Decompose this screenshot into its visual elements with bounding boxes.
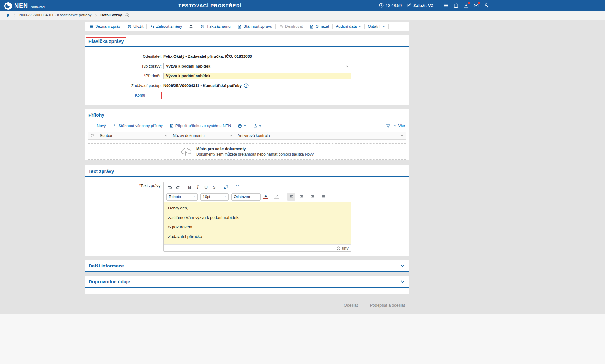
doprovodne-udaje-toggle[interactable]: Doprovodné údaje bbox=[85, 276, 409, 287]
odeslat-button[interactable]: Odeslat bbox=[344, 303, 358, 308]
seznam-zprav-button[interactable]: Seznam zpráv bbox=[86, 24, 124, 29]
insert-link-button[interactable] bbox=[222, 184, 230, 191]
align-justify-button[interactable] bbox=[319, 193, 327, 201]
home-icon[interactable] bbox=[6, 13, 10, 18]
nen-logo[interactable]: NEN Zadavatel bbox=[4, 2, 45, 9]
smazat-button[interactable]: Smazat bbox=[306, 24, 332, 29]
zalozit-vz-button[interactable]: Založit VZ bbox=[406, 3, 433, 8]
info-icon[interactable] bbox=[244, 83, 249, 88]
topbar-actions: 13:48:59 Založit VZ bbox=[379, 0, 489, 11]
redo-button[interactable] bbox=[174, 184, 182, 191]
printer-icon bbox=[200, 24, 205, 29]
font-family-select[interactable]: Roboto bbox=[166, 193, 198, 201]
italic-button[interactable]: I bbox=[194, 184, 202, 191]
font-size-select[interactable]: 10pt bbox=[200, 193, 229, 201]
typ-zpravy-select[interactable]: Výzva k podání nabídek bbox=[163, 63, 351, 69]
message-header-form: Odesílatel: Felix Okátý - Zadavatel přír… bbox=[85, 47, 409, 105]
pripojit-prilohu-button[interactable]: Připojit přílohu ze systému NEN bbox=[166, 123, 234, 128]
stahnout-zpravu-button[interactable]: Stáhnout zprávu bbox=[234, 24, 276, 29]
filter-triangle-icon[interactable] bbox=[229, 134, 232, 137]
filter-triangle-icon[interactable] bbox=[401, 134, 403, 137]
align-left-icon bbox=[289, 194, 294, 199]
column-header-soubor[interactable]: Soubor bbox=[97, 132, 170, 140]
dropzone-title: Místo pro vaše dokumenty bbox=[196, 147, 314, 151]
stahnout-vsechny-prilohy-button[interactable]: Stáhnout všechny přílohy bbox=[109, 123, 166, 128]
section-dalsi-informace: Další informace bbox=[85, 260, 409, 272]
attachments-dropzone[interactable]: Místo pro vaše dokumenty Dokumenty sem m… bbox=[88, 143, 406, 160]
triangle-down-icon bbox=[244, 125, 246, 127]
align-center-icon bbox=[299, 194, 304, 199]
filter-vse-dropdown[interactable]: Vše bbox=[394, 124, 405, 128]
close-tab-icon[interactable] bbox=[125, 13, 130, 18]
desifrovat-button[interactable]: Dešifrovat bbox=[276, 24, 306, 29]
zadavaci-postup-value: N006/25/V00004311 - Kancelářské potřeby bbox=[163, 84, 242, 88]
komu-button[interactable]: Komu bbox=[119, 92, 162, 99]
align-justify-icon bbox=[321, 194, 326, 199]
predmet-input[interactable]: Výzva k podání nabídek bbox=[163, 73, 351, 79]
chevron-down-icon bbox=[345, 64, 349, 68]
text-zpravy-label: *Text zprávy: bbox=[85, 182, 162, 252]
column-header-nazev-dokumentu[interactable]: Název dokumentu bbox=[170, 132, 235, 140]
auditni-data-dropdown[interactable]: Auditní data bbox=[333, 24, 365, 29]
zahodit-zmeny-button[interactable]: Zahodit změny bbox=[147, 24, 185, 29]
strikethrough-button[interactable]: S bbox=[210, 184, 218, 191]
ostatni-dropdown[interactable]: Ostatní bbox=[365, 24, 388, 29]
row-odesilatel: Odesílatel: Felix Okátý - Zadavatel přír… bbox=[85, 51, 409, 61]
underline-button[interactable]: U bbox=[202, 184, 210, 191]
document-download-icon bbox=[237, 24, 242, 29]
filter-triangle-icon[interactable] bbox=[165, 134, 167, 137]
align-left-button[interactable] bbox=[287, 193, 295, 201]
zadavaci-postup-label: Zadávací postup: bbox=[85, 84, 162, 88]
row-zadavaci-postup: Zadávací postup: N006/25/V00004311 - Kan… bbox=[85, 81, 409, 91]
column-settings-button[interactable] bbox=[88, 132, 97, 140]
undo-button[interactable] bbox=[166, 184, 174, 191]
attachments-table-header: Soubor Název dokumentu Antivirová kontro… bbox=[88, 132, 406, 140]
notification-bell-button[interactable] bbox=[185, 24, 197, 29]
highlight-color-button[interactable] bbox=[274, 194, 283, 199]
tisk-zaznamu-button[interactable]: Tisk záznamu bbox=[197, 24, 234, 29]
align-right-button[interactable] bbox=[308, 193, 317, 201]
list-icon bbox=[89, 24, 94, 29]
attach-document-icon bbox=[169, 124, 174, 128]
align-right-icon bbox=[310, 194, 315, 199]
undo-icon bbox=[150, 24, 155, 29]
novy-button[interactable]: Nový bbox=[88, 123, 109, 128]
section-header: Text zprávy bbox=[85, 165, 409, 177]
calendar-icon[interactable] bbox=[453, 3, 459, 8]
messages-badge bbox=[478, 2, 480, 4]
editor-content-area[interactable]: Dobrý den, zasíláme Vám výzvu k podání n… bbox=[164, 202, 351, 244]
export-attachments-dropdown[interactable] bbox=[250, 123, 265, 128]
text-color-button[interactable]: A bbox=[263, 194, 272, 199]
message-toolbar: Seznam zpráv Uložit Zahodit změny Tisk z… bbox=[85, 22, 409, 31]
ulozit-button[interactable]: Uložit bbox=[124, 24, 147, 29]
lock-icon bbox=[279, 24, 284, 29]
align-center-button[interactable] bbox=[298, 193, 306, 201]
bold-button[interactable]: B bbox=[185, 184, 194, 191]
user-icon[interactable] bbox=[484, 3, 489, 8]
section-header: Přílohy bbox=[85, 109, 409, 120]
column-settings-icon bbox=[90, 133, 95, 138]
current-time: 13:48:59 bbox=[386, 3, 402, 8]
dalsi-informace-toggle[interactable]: Další informace bbox=[85, 260, 409, 271]
odesilatel-label: Odesílatel: bbox=[85, 54, 162, 59]
chevron-down-icon[interactable] bbox=[400, 279, 405, 284]
editor-toolbar-row2: Roboto 10pt Odstavec A bbox=[164, 192, 351, 202]
block-format-select[interactable]: Odstavec bbox=[231, 193, 261, 201]
messages-icon[interactable] bbox=[473, 3, 479, 8]
print-attachments-dropdown[interactable] bbox=[234, 123, 250, 128]
menu-icon[interactable] bbox=[443, 3, 449, 8]
brand-text: NEN bbox=[14, 3, 28, 9]
chevron-down-icon[interactable] bbox=[400, 263, 405, 268]
breadcrumb-current: Detail výzvy bbox=[100, 13, 122, 17]
column-header-antivirova-kontrola[interactable]: Antivirová kontrola bbox=[235, 132, 406, 140]
validation-highlight-box: Text zprávy bbox=[86, 167, 116, 175]
section-header: Hlavička zprávy bbox=[85, 35, 409, 47]
fullscreen-button[interactable] bbox=[233, 184, 242, 191]
filter-funnel-icon[interactable] bbox=[386, 124, 391, 128]
breadcrumb-procedure[interactable]: N006/25/V00004311 - Kancelářské potřeby bbox=[19, 13, 91, 17]
cloud-upload-icon bbox=[180, 147, 192, 156]
tiny-brand[interactable]: tiny bbox=[342, 246, 349, 250]
section-hlavicka-zpravy: Hlavička zprávy Odesílatel: Felix Okátý … bbox=[85, 35, 409, 105]
podepsat-a-odeslat-button[interactable]: Podepsat a odeslat bbox=[370, 303, 405, 308]
downloads-icon[interactable] bbox=[463, 3, 469, 8]
